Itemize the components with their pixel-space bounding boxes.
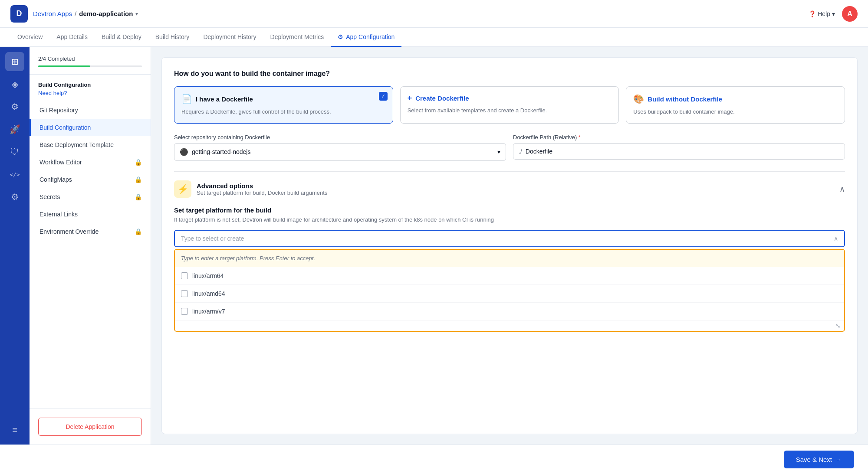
chevron-down-icon: ▾ — [135, 11, 138, 17]
resize-handle[interactable]: ⤡ — [175, 320, 844, 331]
tab-deployment-history[interactable]: Deployment History — [196, 28, 263, 47]
collapse-button[interactable]: ∧ — [839, 184, 845, 194]
sidebar-icon-settings[interactable]: ⚙ — [5, 97, 24, 116]
bottom-bar: Save & Next → — [0, 445, 868, 474]
breadcrumb-current: demo-application — [79, 10, 133, 17]
progress-bar-bg — [38, 65, 142, 67]
advanced-header-left: ⚡ Advanced options Set target platform f… — [174, 180, 327, 198]
tab-app-configuration[interactable]: ⚙ App Configuration — [331, 28, 401, 47]
dockerfile-path-field[interactable]: ./ Dockerfile — [513, 143, 845, 160]
repo-fields: Select repository containing Dockerfile … — [174, 134, 845, 161]
dockerfile-path-field-label: Dockerfile Path (Relative)* — [513, 134, 845, 141]
sidebar-item-configmaps-label: ConfigMaps — [39, 176, 72, 183]
sidebar-item-build-configuration[interactable]: Build Configuration — [30, 119, 151, 136]
sidebar-item-git-repository-label: Git Repository — [39, 107, 78, 114]
platform-option-linux-amd64[interactable]: linux/amd64 — [175, 285, 844, 303]
sidebar-item-configmaps[interactable]: ConfigMaps 🔒 — [30, 171, 151, 188]
advanced-title: Advanced options — [197, 182, 327, 190]
delete-application-button[interactable]: Delete Application — [38, 418, 142, 436]
platform-dropdown: Type to enter a target platform. Press E… — [174, 249, 845, 332]
platform-checkbox-linux-armv7[interactable] — [181, 308, 188, 315]
tab-app-details[interactable]: App Details — [49, 28, 95, 47]
platform-option-linux-arm64[interactable]: linux/arm64 — [175, 267, 844, 285]
lightning-icon: ⚡ — [178, 184, 188, 194]
buildpack-icon: 🎨 — [633, 94, 644, 104]
sidebar-icon-rocket[interactable]: 🚀 — [5, 120, 24, 139]
help-button[interactable]: ❓ Help ▾ — [809, 10, 835, 17]
repo-value: getting-started-nodejs — [192, 148, 250, 155]
target-platform-desc: If target platform is not set, Devtron w… — [174, 216, 845, 223]
save-next-button[interactable]: Save & Next → — [784, 451, 854, 468]
tab-app-configuration-label: App Configuration — [346, 33, 395, 40]
dockerfile-path-field-group: Dockerfile Path (Relative)* ./ Dockerfil… — [513, 134, 845, 160]
content-card: How do you want to build the container i… — [161, 57, 858, 434]
path-value: Dockerfile — [526, 148, 552, 155]
avatar[interactable]: A — [842, 6, 858, 22]
repository-select[interactable]: ⚫ getting-started-nodejs ▾ — [174, 143, 506, 161]
tab-overview[interactable]: Overview — [10, 28, 49, 47]
build-option-create-dockerfile-header: + Create Dockerfile — [408, 94, 612, 103]
progress-label: 2/4 Completed — [38, 56, 142, 62]
sidebar-item-secrets[interactable]: Secrets 🔒 — [30, 188, 151, 206]
tab-deployment-metrics[interactable]: Deployment Metrics — [263, 28, 331, 47]
sidebar-icon-grid[interactable]: ⊞ — [5, 52, 24, 71]
top-bar-left: D Devtron Apps / demo-application ▾ — [10, 5, 138, 23]
left-sidebar: 2/4 Completed Build Configuration Need h… — [30, 47, 151, 445]
advanced-section: ⚡ Advanced options Set target platform f… — [174, 180, 845, 332]
sidebar-item-base-deployment-template[interactable]: Base Deployment Template — [30, 136, 151, 154]
sidebar-icon-gear[interactable]: ⚙ — [5, 187, 24, 206]
platform-select-input[interactable]: Type to select or create ∧ — [174, 230, 845, 247]
advanced-header: ⚡ Advanced options Set target platform f… — [174, 180, 845, 198]
lock-icon: 🔒 — [135, 159, 142, 166]
help-circle-icon: ❓ — [809, 10, 816, 17]
main-layout: ⊞ ◈ ⚙ 🚀 🛡 </> ⚙ ≡ 2/4 Completed Build Co… — [0, 47, 868, 445]
dockerfile-icon: 📄 — [181, 94, 192, 104]
path-separator: ./ — [519, 148, 522, 155]
sidebar-icon-cube[interactable]: ◈ — [5, 75, 24, 94]
platform-label-linux-amd64: linux/amd64 — [192, 290, 225, 297]
help-label: Help — [818, 10, 830, 17]
advanced-text: Advanced options Set target platform for… — [197, 182, 327, 196]
nav-tabs: Overview App Details Build & Deploy Buil… — [0, 28, 868, 47]
advanced-desc: Set target platform for build, Docker bu… — [197, 190, 327, 196]
tab-build-deploy[interactable]: Build & Deploy — [95, 28, 148, 47]
sidebar-item-build-configuration-label: Build Configuration — [39, 124, 91, 131]
top-bar-right: ❓ Help ▾ A — [809, 6, 858, 22]
build-option-dockerfile-header: 📄 I have a Dockerfile — [181, 94, 386, 104]
sidebar-item-external-links[interactable]: External Links — [30, 206, 151, 223]
sidebar-icon-code[interactable]: </> — [5, 165, 24, 184]
breadcrumb: Devtron Apps / demo-application ▾ — [33, 10, 138, 17]
chevron-up-icon: ∧ — [834, 235, 838, 242]
platform-checkbox-linux-amd64[interactable] — [181, 290, 188, 297]
section-divider — [174, 171, 845, 172]
select-field-left: ⚫ getting-started-nodejs — [180, 148, 250, 156]
sidebar-item-secrets-label: Secrets — [39, 193, 60, 200]
build-option-create-dockerfile[interactable]: + Create Dockerfile Select from availabl… — [400, 86, 619, 124]
build-option-dockerfile[interactable]: 📄 I have a Dockerfile Requires a Dockerf… — [174, 86, 393, 124]
lock-icon: 🔒 — [135, 176, 142, 183]
sidebar-icon-shield[interactable]: 🛡 — [5, 142, 24, 161]
sidebar-item-git-repository[interactable]: Git Repository — [30, 101, 151, 119]
top-bar: D Devtron Apps / demo-application ▾ ❓ He… — [0, 0, 868, 28]
breadcrumb-app[interactable]: Devtron Apps — [33, 10, 72, 17]
card-title: How do you want to build the container i… — [174, 70, 845, 78]
lock-icon: 🔒 — [135, 228, 142, 235]
target-platform-section: Set target platform for the build If tar… — [174, 206, 845, 332]
repository-field-group: Select repository containing Dockerfile … — [174, 134, 506, 161]
sidebar-item-environment-override[interactable]: Environment Override 🔒 — [30, 223, 151, 240]
platform-option-linux-armv7[interactable]: linux/arm/v7 — [175, 303, 844, 320]
sidebar-item-workflow-editor-label: Workflow Editor — [39, 159, 82, 166]
platform-label-linux-arm64: linux/arm64 — [192, 272, 224, 279]
build-option-buildpack[interactable]: 🎨 Build without Dockerfile Uses buildpac… — [626, 86, 845, 124]
tab-build-history[interactable]: Build History — [148, 28, 197, 47]
platform-input-placeholder: Type to select or create — [181, 235, 244, 242]
selected-checkmark: ✓ — [379, 92, 388, 101]
build-option-buildpack-desc: Uses buildpack to build container image. — [633, 108, 838, 116]
sidebar-progress: 2/4 Completed — [30, 47, 151, 75]
platform-checkbox-linux-arm64[interactable] — [181, 272, 188, 279]
build-option-dockerfile-desc: Requires a Dockerfile, gives full contro… — [181, 108, 386, 116]
sidebar-item-workflow-editor[interactable]: Workflow Editor 🔒 — [30, 154, 151, 171]
build-option-buildpack-header: 🎨 Build without Dockerfile — [633, 94, 838, 104]
sidebar-icon-layers[interactable]: ≡ — [5, 420, 24, 439]
sidebar-help-link[interactable]: Need help? — [30, 90, 151, 101]
